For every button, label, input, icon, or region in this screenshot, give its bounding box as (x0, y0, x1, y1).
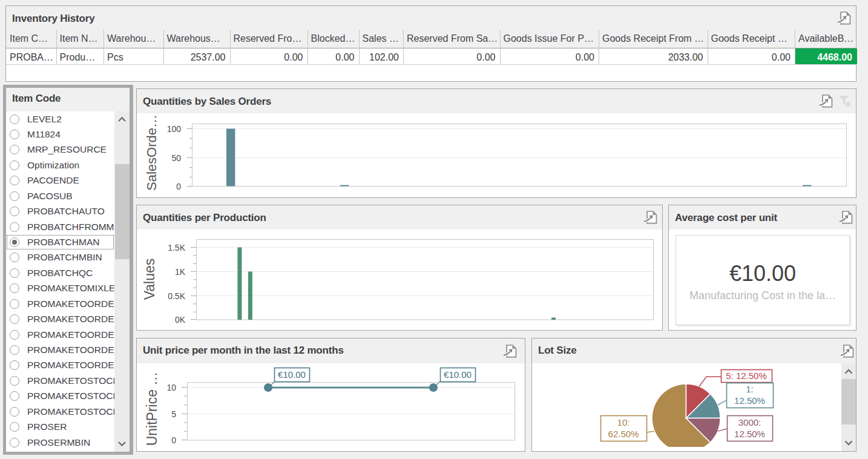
svg-text:12.50%: 12.50% (734, 395, 765, 406)
svg-text:5: 5 (171, 409, 176, 419)
svg-text:62.50%: 62.50% (608, 429, 639, 439)
svg-text:3000:: 3000: (738, 417, 761, 428)
svg-text:50: 50 (171, 153, 181, 163)
svg-text:10: 10 (166, 383, 176, 392)
svg-text:10:: 10: (617, 417, 630, 428)
svg-text:0: 0 (171, 435, 176, 445)
svg-text:SalesOrde…: SalesOrde… (144, 114, 159, 191)
svg-text:1:: 1: (746, 384, 754, 394)
svg-text:1K: 1K (175, 267, 186, 277)
svg-text:€10.00: €10.00 (278, 369, 306, 380)
svg-text:€10.00: €10.00 (444, 369, 472, 380)
svg-text:UnitPrice …: UnitPrice … (144, 372, 160, 446)
svg-text:100: 100 (167, 124, 182, 134)
svg-text:1.5K: 1.5K (168, 243, 185, 253)
svg-text:Values: Values (142, 259, 157, 300)
svg-text:0K: 0K (175, 315, 186, 325)
svg-text:0.5K: 0.5K (168, 291, 185, 301)
svg-text:0: 0 (176, 182, 181, 191)
svg-text:12.50%: 12.50% (734, 429, 765, 439)
svg-text:5: 12.50%: 5: 12.50% (726, 371, 767, 381)
